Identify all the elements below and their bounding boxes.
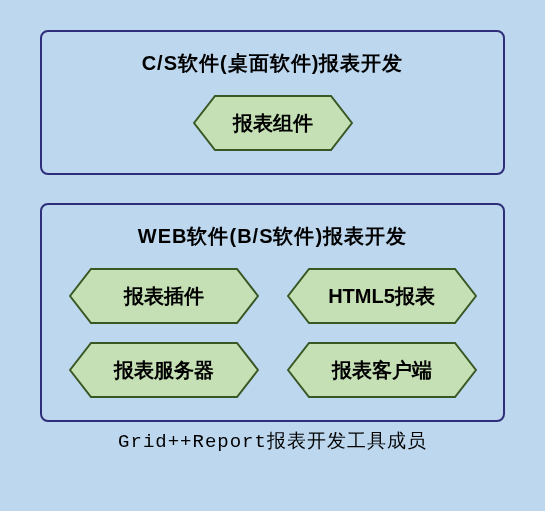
web-panel-title: WEB软件(B/S软件)报表开发 [138,223,407,250]
cs-row: 报表组件 [62,95,483,151]
hex-html5-report: HTML5报表 [287,268,477,324]
cs-panel: C/S软件(桌面软件)报表开发 报表组件 [40,30,505,175]
hex-label: 报表组件 [229,110,317,137]
web-panel: WEB软件(B/S软件)报表开发 报表插件 HTML5报表 报表服务器 报表客户… [40,203,505,422]
hex-report-server: 报表服务器 [69,342,259,398]
web-row-1: 报表插件 HTML5报表 [62,268,483,324]
hex-report-plugin: 报表插件 [69,268,259,324]
hex-label: 报表服务器 [110,357,218,384]
diagram-caption: Grid++Report报表开发工具成员 [40,428,505,454]
hex-label: HTML5报表 [324,283,439,310]
hex-report-client: 报表客户端 [287,342,477,398]
hex-label: 报表插件 [120,283,208,310]
cs-panel-title: C/S软件(桌面软件)报表开发 [142,50,404,77]
hex-label: 报表客户端 [328,357,436,384]
web-row-2: 报表服务器 报表客户端 [62,342,483,398]
hex-report-component: 报表组件 [193,95,353,151]
